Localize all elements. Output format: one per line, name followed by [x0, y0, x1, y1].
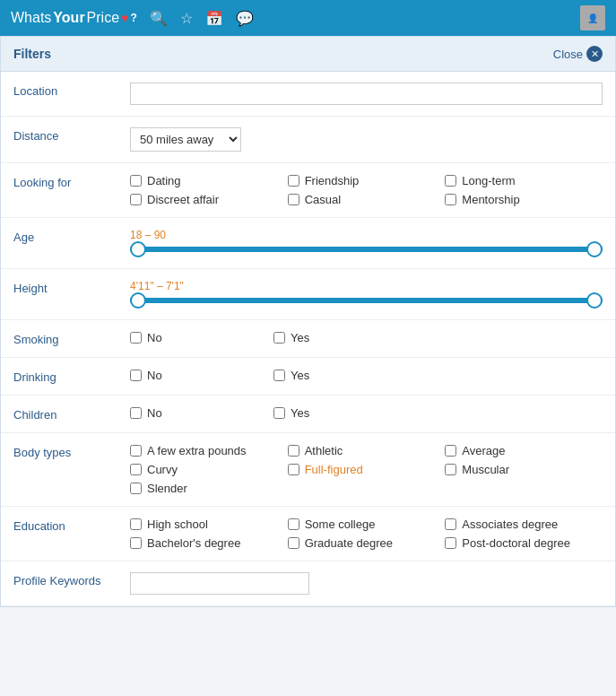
keywords-input[interactable]	[130, 572, 309, 595]
location-label: Location	[13, 83, 121, 98]
drinking-no-checkbox[interactable]	[130, 370, 142, 381]
smoking-no[interactable]: No	[130, 331, 273, 344]
drinking-yes-checkbox[interactable]	[273, 370, 285, 381]
smoking-yes[interactable]: Yes	[273, 331, 417, 344]
distance-select[interactable]: 10 miles away 25 miles away 50 miles awa…	[130, 127, 241, 152]
looking-for-friendship-checkbox[interactable]	[288, 175, 299, 187]
looking-for-label: Looking for	[13, 174, 121, 189]
edu-some-college[interactable]: Some college	[288, 518, 446, 531]
edu-postdoctoral-checkbox[interactable]	[445, 537, 456, 549]
age-range-container: 18 – 90	[130, 229, 603, 252]
brand-your: Your	[53, 10, 84, 26]
age-row: Age 18 – 90	[1, 218, 615, 269]
body-muscular-checkbox[interactable]	[445, 464, 456, 475]
close-button[interactable]: Close ✕	[553, 46, 603, 62]
children-row: Children No Yes	[1, 396, 615, 433]
filter-title: Filters	[13, 47, 51, 61]
education-content: High school Some college Associates degr…	[130, 518, 603, 550]
education-row: Education High school Some college Assoc…	[1, 507, 615, 561]
distance-content: 10 miles away 25 miles away 50 miles awa…	[130, 127, 603, 152]
age-range-label: 18 – 90	[130, 229, 603, 241]
looking-for-discreet-checkbox[interactable]	[130, 194, 142, 205]
looking-for-content: Dating Friendship Long-term Discreet aff…	[130, 174, 603, 206]
edu-high-school-checkbox[interactable]	[130, 518, 142, 530]
body-slender-checkbox[interactable]	[130, 483, 142, 494]
looking-for-mentorship-checkbox[interactable]	[445, 194, 456, 205]
body-slender[interactable]: Slender	[130, 482, 288, 495]
edu-postdoctoral[interactable]: Post-doctoral degree	[445, 536, 603, 550]
looking-for-dating-checkbox[interactable]	[130, 175, 142, 187]
location-content	[130, 83, 603, 105]
brand-logo[interactable]: WhatsYourPrice ♥ ?	[11, 10, 137, 26]
edu-associates[interactable]: Associates degree	[445, 518, 603, 531]
height-content: 4'11" – 7'1"	[130, 280, 603, 309]
distance-label: Distance	[13, 127, 121, 143]
brand-price: Price	[87, 10, 119, 26]
body-full-figured[interactable]: Full-figured	[288, 463, 446, 476]
looking-for-longterm[interactable]: Long-term	[445, 174, 603, 187]
age-label: Age	[13, 229, 121, 244]
edu-associates-checkbox[interactable]	[445, 518, 456, 530]
drinking-no[interactable]: No	[130, 369, 273, 382]
height-range-thumb-right[interactable]	[586, 292, 603, 309]
body-athletic[interactable]: Athletic	[288, 444, 446, 457]
close-x-icon: ✕	[586, 46, 603, 62]
location-input[interactable]	[130, 83, 603, 105]
search-icon[interactable]: 🔍	[150, 10, 168, 27]
filter-header: Filters Close ✕	[1, 37, 615, 72]
edu-graduate[interactable]: Graduate degree	[288, 536, 446, 550]
children-no-checkbox[interactable]	[130, 407, 142, 419]
drinking-content: No Yes	[130, 369, 603, 382]
filter-panel: Filters Close ✕ Location Distance 10 mil…	[0, 36, 616, 607]
edu-some-college-checkbox[interactable]	[288, 518, 299, 530]
messages-icon[interactable]: 💬	[236, 10, 254, 27]
edu-graduate-checkbox[interactable]	[288, 537, 299, 549]
children-label: Children	[13, 406, 121, 422]
height-range-thumb-left[interactable]	[130, 292, 146, 309]
children-yes[interactable]: Yes	[273, 406, 417, 420]
looking-for-casual-checkbox[interactable]	[288, 194, 299, 205]
education-label: Education	[13, 518, 121, 533]
edu-bachelors-checkbox[interactable]	[130, 537, 142, 549]
star-icon[interactable]: ☆	[180, 10, 193, 27]
looking-for-discreet[interactable]: Discreet affair	[130, 193, 288, 206]
body-few-extra-checkbox[interactable]	[130, 445, 142, 457]
age-range-track	[130, 247, 603, 252]
children-no[interactable]: No	[130, 406, 273, 420]
edu-bachelors[interactable]: Bachelor's degree	[130, 536, 288, 550]
body-muscular[interactable]: Muscular	[445, 463, 603, 476]
height-row: Height 4'11" – 7'1"	[1, 269, 615, 320]
edu-high-school[interactable]: High school	[130, 518, 288, 531]
body-full-figured-checkbox[interactable]	[288, 464, 299, 475]
looking-for-casual[interactable]: Casual	[288, 193, 446, 206]
drinking-yes[interactable]: Yes	[273, 369, 417, 382]
children-yes-checkbox[interactable]	[273, 407, 285, 419]
looking-for-dating[interactable]: Dating	[130, 174, 288, 187]
height-range-track	[130, 298, 603, 303]
keywords-content	[130, 572, 603, 595]
looking-for-longterm-checkbox[interactable]	[445, 175, 456, 187]
smoking-label: Smoking	[13, 331, 121, 346]
body-average[interactable]: Average	[445, 444, 603, 457]
avatar[interactable]: 👤	[580, 5, 605, 30]
top-navigation: WhatsYourPrice ♥ ? 🔍 ☆ 📅 💬 👤	[0, 0, 616, 36]
body-few-extra[interactable]: A few extra pounds	[130, 444, 288, 457]
age-range-thumb-right[interactable]	[586, 241, 603, 257]
body-athletic-checkbox[interactable]	[288, 445, 299, 457]
body-average-checkbox[interactable]	[445, 445, 456, 457]
looking-for-friendship[interactable]: Friendship	[288, 174, 446, 187]
calendar-icon[interactable]: 📅	[205, 10, 223, 27]
body-curvy-checkbox[interactable]	[130, 464, 142, 475]
smoking-yes-checkbox[interactable]	[273, 332, 285, 344]
body-curvy[interactable]: Curvy	[130, 463, 288, 476]
body-types-grid: A few extra pounds Athletic Average Curv…	[130, 444, 603, 495]
location-row: Location	[1, 72, 615, 117]
looking-for-row: Looking for Dating Friendship Long-term …	[1, 163, 615, 218]
children-grid: No Yes	[130, 406, 603, 420]
keywords-label: Profile Keywords	[13, 572, 121, 587]
smoking-no-checkbox[interactable]	[130, 332, 142, 344]
looking-for-mentorship[interactable]: Mentorship	[445, 193, 603, 206]
looking-for-grid: Dating Friendship Long-term Discreet aff…	[130, 174, 603, 206]
age-range-thumb-left[interactable]	[130, 241, 146, 257]
body-types-row: Body types A few extra pounds Athletic A…	[1, 433, 615, 507]
